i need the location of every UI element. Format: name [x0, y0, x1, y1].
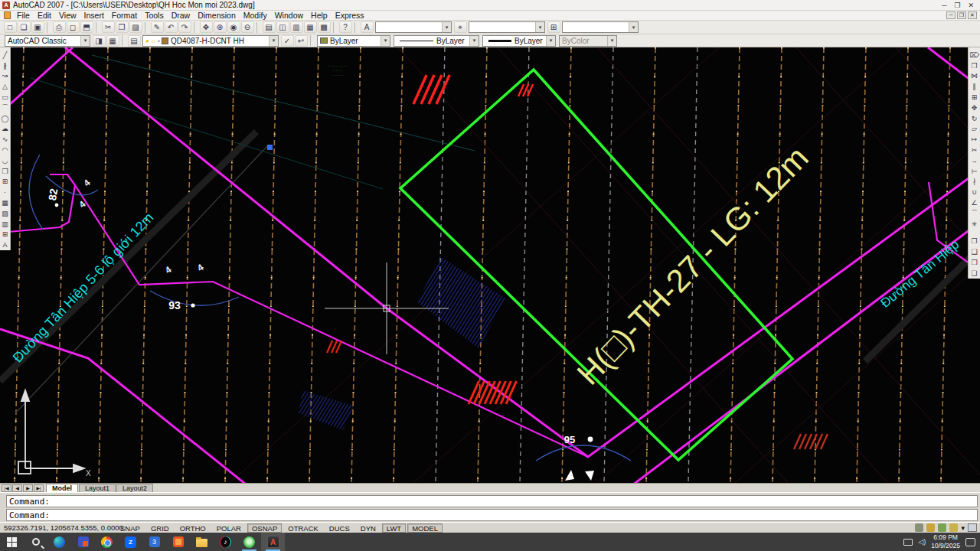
zoom-previous-button[interactable]: ⊖ — [241, 21, 254, 33]
minimize-button[interactable]: ─ — [942, 2, 946, 9]
ellipse-arc-button[interactable]: ◡ — [0, 155, 10, 166]
speaker-icon[interactable]: ◁) — [918, 538, 926, 546]
status-snap-button[interactable]: SNAP — [116, 523, 145, 533]
menu-view[interactable]: View — [55, 11, 80, 20]
status-polar-button[interactable]: POLAR — [212, 523, 246, 533]
scale-button[interactable]: ▱ — [969, 124, 979, 135]
trusted-autodesk-icon[interactable] — [938, 523, 946, 532]
menu-help[interactable]: Help — [307, 11, 332, 20]
match-properties-button[interactable]: ✎ — [151, 21, 164, 33]
ellipse-button[interactable]: ◠ — [0, 145, 10, 155]
draworder-front-button[interactable]: ❐ — [969, 236, 979, 247]
point-button[interactable]: · — [0, 187, 10, 197]
status-grid-button[interactable]: GRID — [146, 523, 174, 533]
open-button[interactable]: ❏ — [18, 21, 31, 33]
menu-draw[interactable]: Draw — [168, 11, 194, 20]
taskbar-zalo[interactable]: Z — [119, 533, 142, 551]
multiline-text-button[interactable]: A — [0, 240, 10, 250]
menu-tools[interactable]: Tools — [141, 11, 168, 20]
dim-style-combo[interactable]: ▾ — [469, 21, 545, 33]
redo-button[interactable]: ↷ — [178, 21, 191, 33]
hatch-button[interactable]: ▦ — [0, 197, 10, 208]
taskbar-tiktok[interactable]: ♪ — [214, 533, 237, 551]
gradient-button[interactable]: ▨ — [0, 208, 10, 219]
chevron-down-icon[interactable]: ▾ — [269, 36, 278, 46]
status-model-button[interactable]: MODEL — [407, 523, 443, 533]
zoom-realtime-button[interactable]: ⊕ — [214, 21, 227, 33]
explode-button[interactable]: ✳ — [969, 219, 979, 230]
tab-next-button[interactable]: ▶ — [23, 484, 33, 492]
restore-button[interactable]: ❐ — [954, 2, 960, 9]
layer-combo[interactable]: ● ☼ ▪ QD4087-H-DCNT HH ▾ — [142, 35, 279, 47]
revision-cloud-button[interactable]: ☁ — [0, 124, 10, 135]
status-ortho-button[interactable]: ORTHO — [175, 523, 211, 533]
status-otrack-button[interactable]: OTRACK — [283, 523, 323, 533]
status-osnap-button[interactable]: OSNAP — [247, 523, 282, 533]
communication-center-icon[interactable] — [915, 523, 923, 532]
text-style-combo[interactable]: ▾ — [375, 21, 452, 33]
chamfer-button[interactable]: ∠ — [969, 197, 979, 208]
mdi-close-button[interactable]: ✕ — [968, 11, 977, 19]
status-menu-arrow-icon[interactable]: ▾ — [961, 524, 965, 532]
mdi-minimize-button[interactable]: ─ — [946, 11, 956, 19]
taskbar-edge[interactable] — [47, 533, 71, 551]
taskbar-green-browser[interactable] — [237, 533, 261, 551]
new-button[interactable]: □ — [4, 21, 17, 33]
make-object-layer-current-button[interactable]: ✓ — [281, 35, 294, 47]
layer-previous-button[interactable]: ↩ — [295, 35, 308, 47]
action-center-icon[interactable] — [965, 538, 975, 546]
lock-icon[interactable] — [926, 523, 935, 532]
chevron-down-icon[interactable]: ▾ — [546, 36, 555, 46]
start-button[interactable] — [0, 533, 24, 551]
publish-button[interactable]: ⬒ — [80, 21, 93, 33]
menu-modify[interactable]: Modify — [240, 11, 271, 20]
mdi-restore-button[interactable]: ❐ — [957, 11, 966, 19]
lineweight-combo[interactable]: ByLayer ▾ — [482, 35, 556, 47]
menu-edit[interactable]: Edit — [34, 11, 55, 20]
help-button[interactable]: ? — [339, 21, 352, 33]
taskbar-autocad[interactable]: A — [261, 533, 285, 551]
rectangle-button[interactable]: ▭ — [0, 92, 10, 103]
taskbar-orange-app[interactable] — [166, 533, 190, 551]
quickcalc-button[interactable]: ▩ — [318, 21, 331, 33]
sheet-set-manager-button[interactable]: ▦ — [304, 21, 317, 33]
chevron-down-icon[interactable]: ▾ — [381, 36, 390, 46]
plot-preview-button[interactable]: ◻ — [67, 21, 80, 33]
break-at-point-button[interactable]: ⊢ — [969, 166, 979, 177]
taskbar-paint[interactable] — [71, 533, 95, 551]
layer-on-icon[interactable]: ● — [145, 37, 149, 44]
polyline-button[interactable]: ↝ — [0, 71, 10, 82]
status-ducs-button[interactable]: DUCS — [325, 523, 354, 533]
cut-button[interactable]: ✂ — [102, 21, 115, 33]
draworder-back-button[interactable]: ❑ — [969, 246, 979, 257]
join-button[interactable]: ∪ — [969, 187, 979, 197]
menu-file[interactable]: File — [13, 11, 34, 20]
tool-palettes-button[interactable]: ▥ — [290, 21, 303, 33]
stretch-button[interactable]: ↦ — [969, 134, 979, 145]
drawing-canvas[interactable]: X H(□)-TH-27 - LG: 12m Đường Tân Hiệp 5-… — [0, 47, 980, 483]
spline-button[interactable]: ∿ — [0, 134, 10, 145]
chevron-down-icon[interactable]: ▾ — [535, 22, 544, 32]
menu-express[interactable]: Express — [332, 11, 368, 20]
status-dyn-button[interactable]: DYN — [356, 523, 381, 533]
workspace-save-button[interactable]: ▦ — [106, 35, 119, 47]
selected-parcel-boundary[interactable] — [400, 70, 792, 460]
layer-lock-icon[interactable]: ▪ — [158, 37, 160, 44]
chevron-down-icon[interactable]: ▾ — [469, 36, 479, 46]
designcenter-button[interactable]: ◫ — [276, 21, 289, 33]
tab-model[interactable]: Model — [46, 484, 78, 492]
properties-button[interactable]: ▤ — [263, 21, 276, 33]
status-lwt-button[interactable]: LWT — [382, 523, 406, 533]
paste-button[interactable]: ▨ — [129, 21, 142, 33]
move-button[interactable]: ✥ — [969, 103, 979, 113]
tab-last-button[interactable]: ▶| — [34, 484, 44, 492]
menu-format[interactable]: Format — [108, 11, 141, 20]
circle-button[interactable]: ◯ — [0, 113, 10, 124]
offset-button[interactable]: ∥ — [969, 81, 979, 92]
mirror-button[interactable]: ⋈ — [969, 71, 979, 82]
undo-button[interactable]: ↶ — [165, 21, 178, 33]
table-button[interactable]: ⊞ — [0, 230, 10, 240]
taskbar-calendar[interactable]: 3 — [142, 533, 166, 551]
table-style-combo[interactable]: ▾ — [562, 21, 639, 33]
display-tray-icon[interactable] — [903, 539, 913, 546]
